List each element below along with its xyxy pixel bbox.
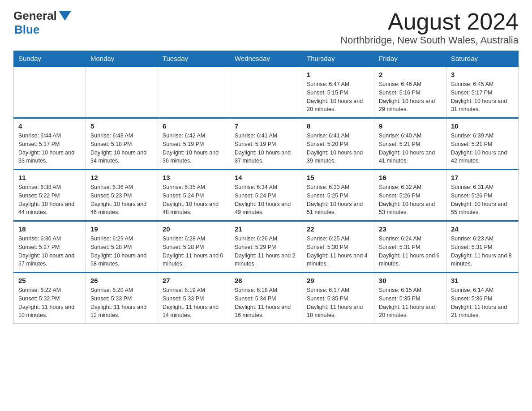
day-info: Sunrise: 6:41 AMSunset: 5:19 PMDaylight:… xyxy=(235,132,297,165)
day-number: 1 xyxy=(307,71,369,78)
day-info: Sunrise: 6:31 AMSunset: 5:26 PMDaylight:… xyxy=(451,183,514,217)
calendar-subtitle: Northbridge, New South Wales, Australia xyxy=(340,34,519,46)
calendar-week-row: 1Sunrise: 6:47 AMSunset: 5:15 PMDaylight… xyxy=(14,67,519,118)
day-number: 4 xyxy=(18,122,81,130)
day-info: Sunrise: 6:19 AMSunset: 5:33 PMDaylight:… xyxy=(163,286,225,320)
day-number: 7 xyxy=(235,122,297,130)
calendar-cell: 17Sunrise: 6:31 AMSunset: 5:26 PMDayligh… xyxy=(446,170,519,221)
weekday-header: Wednesday xyxy=(230,51,302,67)
day-info: Sunrise: 6:30 AMSunset: 5:27 PMDaylight:… xyxy=(18,235,81,268)
calendar-cell: 29Sunrise: 6:17 AMSunset: 5:35 PMDayligh… xyxy=(302,273,374,324)
day-number: 8 xyxy=(307,122,369,130)
day-info: Sunrise: 6:39 AMSunset: 5:21 PMDaylight:… xyxy=(451,132,514,165)
day-number: 26 xyxy=(90,277,153,284)
calendar-cell: 28Sunrise: 6:18 AMSunset: 5:34 PMDayligh… xyxy=(230,273,302,324)
day-number: 6 xyxy=(163,122,225,130)
calendar-cell xyxy=(14,67,86,118)
day-info: Sunrise: 6:40 AMSunset: 5:21 PMDaylight:… xyxy=(379,132,442,165)
calendar-cell: 1Sunrise: 6:47 AMSunset: 5:15 PMDaylight… xyxy=(302,67,374,118)
calendar-cell: 5Sunrise: 6:43 AMSunset: 5:18 PMDaylight… xyxy=(86,118,158,170)
calendar-cell: 27Sunrise: 6:19 AMSunset: 5:33 PMDayligh… xyxy=(158,273,230,324)
day-info: Sunrise: 6:22 AMSunset: 5:32 PMDaylight:… xyxy=(18,286,81,320)
calendar-cell: 13Sunrise: 6:35 AMSunset: 5:24 PMDayligh… xyxy=(158,170,230,221)
calendar-cell xyxy=(230,67,302,118)
day-info: Sunrise: 6:42 AMSunset: 5:19 PMDaylight:… xyxy=(163,132,225,165)
calendar-cell: 14Sunrise: 6:34 AMSunset: 5:24 PMDayligh… xyxy=(230,170,302,221)
calendar-cell: 2Sunrise: 6:46 AMSunset: 5:16 PMDaylight… xyxy=(374,67,446,118)
calendar-cell: 30Sunrise: 6:15 AMSunset: 5:35 PMDayligh… xyxy=(374,273,446,324)
weekday-header: Friday xyxy=(374,51,446,67)
calendar-cell: 20Sunrise: 6:28 AMSunset: 5:28 PMDayligh… xyxy=(158,221,230,273)
day-info: Sunrise: 6:17 AMSunset: 5:35 PMDaylight:… xyxy=(307,286,369,320)
day-info: Sunrise: 6:34 AMSunset: 5:24 PMDaylight:… xyxy=(235,183,297,217)
logo: General Blue xyxy=(13,9,71,37)
day-info: Sunrise: 6:32 AMSunset: 5:26 PMDaylight:… xyxy=(379,183,442,217)
calendar-cell: 16Sunrise: 6:32 AMSunset: 5:26 PMDayligh… xyxy=(374,170,446,221)
day-info: Sunrise: 6:35 AMSunset: 5:24 PMDaylight:… xyxy=(163,183,225,217)
calendar-title: August 2024 xyxy=(340,9,519,34)
calendar-week-row: 4Sunrise: 6:44 AMSunset: 5:17 PMDaylight… xyxy=(14,118,519,170)
calendar-cell: 21Sunrise: 6:26 AMSunset: 5:29 PMDayligh… xyxy=(230,221,302,273)
calendar-cell: 8Sunrise: 6:41 AMSunset: 5:20 PMDaylight… xyxy=(302,118,374,170)
calendar-cell: 31Sunrise: 6:14 AMSunset: 5:36 PMDayligh… xyxy=(446,273,519,324)
calendar-cell: 25Sunrise: 6:22 AMSunset: 5:32 PMDayligh… xyxy=(14,273,86,324)
calendar-table: SundayMondayTuesdayWednesdayThursdayFrid… xyxy=(13,51,519,324)
calendar-cell: 9Sunrise: 6:40 AMSunset: 5:21 PMDaylight… xyxy=(374,118,446,170)
logo-general: General xyxy=(13,9,57,23)
day-number: 23 xyxy=(379,225,442,233)
calendar-week-row: 18Sunrise: 6:30 AMSunset: 5:27 PMDayligh… xyxy=(14,221,519,273)
day-number: 21 xyxy=(235,225,297,233)
day-info: Sunrise: 6:25 AMSunset: 5:30 PMDaylight:… xyxy=(307,235,369,268)
day-number: 16 xyxy=(379,174,442,181)
day-info: Sunrise: 6:33 AMSunset: 5:25 PMDaylight:… xyxy=(307,183,369,217)
calendar-cell: 18Sunrise: 6:30 AMSunset: 5:27 PMDayligh… xyxy=(14,221,86,273)
day-number: 2 xyxy=(379,71,442,78)
day-info: Sunrise: 6:38 AMSunset: 5:22 PMDaylight:… xyxy=(18,183,81,217)
calendar-cell: 4Sunrise: 6:44 AMSunset: 5:17 PMDaylight… xyxy=(14,118,86,170)
page-header: General Blue August 2024 Northbridge, Ne… xyxy=(13,9,519,46)
day-number: 18 xyxy=(18,225,81,233)
day-number: 29 xyxy=(307,277,369,284)
day-info: Sunrise: 6:23 AMSunset: 5:31 PMDaylight:… xyxy=(451,235,514,268)
day-number: 19 xyxy=(90,225,153,233)
day-info: Sunrise: 6:26 AMSunset: 5:29 PMDaylight:… xyxy=(235,235,297,268)
day-number: 15 xyxy=(307,174,369,181)
day-number: 17 xyxy=(451,174,514,181)
calendar-cell: 26Sunrise: 6:20 AMSunset: 5:33 PMDayligh… xyxy=(86,273,158,324)
day-info: Sunrise: 6:44 AMSunset: 5:17 PMDaylight:… xyxy=(18,132,81,165)
calendar-title-area: August 2024 Northbridge, New South Wales… xyxy=(340,9,519,46)
day-number: 24 xyxy=(451,225,514,233)
day-info: Sunrise: 6:45 AMSunset: 5:17 PMDaylight:… xyxy=(451,80,514,114)
day-info: Sunrise: 6:41 AMSunset: 5:20 PMDaylight:… xyxy=(307,132,369,165)
calendar-week-row: 11Sunrise: 6:38 AMSunset: 5:22 PMDayligh… xyxy=(14,170,519,221)
day-number: 12 xyxy=(90,174,153,181)
day-info: Sunrise: 6:14 AMSunset: 5:36 PMDaylight:… xyxy=(451,286,514,320)
day-info: Sunrise: 6:46 AMSunset: 5:16 PMDaylight:… xyxy=(379,80,442,114)
calendar-cell: 15Sunrise: 6:33 AMSunset: 5:25 PMDayligh… xyxy=(302,170,374,221)
calendar-cell: 7Sunrise: 6:41 AMSunset: 5:19 PMDaylight… xyxy=(230,118,302,170)
calendar-cell: 3Sunrise: 6:45 AMSunset: 5:17 PMDaylight… xyxy=(446,67,519,118)
day-number: 13 xyxy=(163,174,225,181)
day-info: Sunrise: 6:43 AMSunset: 5:18 PMDaylight:… xyxy=(90,132,153,165)
day-info: Sunrise: 6:24 AMSunset: 5:31 PMDaylight:… xyxy=(379,235,442,268)
calendar-cell: 11Sunrise: 6:38 AMSunset: 5:22 PMDayligh… xyxy=(14,170,86,221)
weekday-header: Sunday xyxy=(14,51,86,67)
calendar-cell: 10Sunrise: 6:39 AMSunset: 5:21 PMDayligh… xyxy=(446,118,519,170)
calendar-cell: 12Sunrise: 6:36 AMSunset: 5:23 PMDayligh… xyxy=(86,170,158,221)
weekday-header: Monday xyxy=(86,51,158,67)
svg-marker-0 xyxy=(59,11,71,21)
day-info: Sunrise: 6:28 AMSunset: 5:28 PMDaylight:… xyxy=(163,235,225,268)
weekday-header: Saturday xyxy=(446,51,519,67)
day-number: 9 xyxy=(379,122,442,130)
weekday-header: Tuesday xyxy=(158,51,230,67)
day-info: Sunrise: 6:47 AMSunset: 5:15 PMDaylight:… xyxy=(307,80,369,114)
calendar-cell xyxy=(158,67,230,118)
day-number: 20 xyxy=(163,225,225,233)
calendar-cell: 24Sunrise: 6:23 AMSunset: 5:31 PMDayligh… xyxy=(446,221,519,273)
day-info: Sunrise: 6:29 AMSunset: 5:28 PMDaylight:… xyxy=(90,235,153,268)
day-info: Sunrise: 6:36 AMSunset: 5:23 PMDaylight:… xyxy=(90,183,153,217)
calendar-cell xyxy=(86,67,158,118)
calendar-week-row: 25Sunrise: 6:22 AMSunset: 5:32 PMDayligh… xyxy=(14,273,519,324)
logo-blue: Blue xyxy=(14,23,39,37)
weekday-header: Thursday xyxy=(302,51,374,67)
